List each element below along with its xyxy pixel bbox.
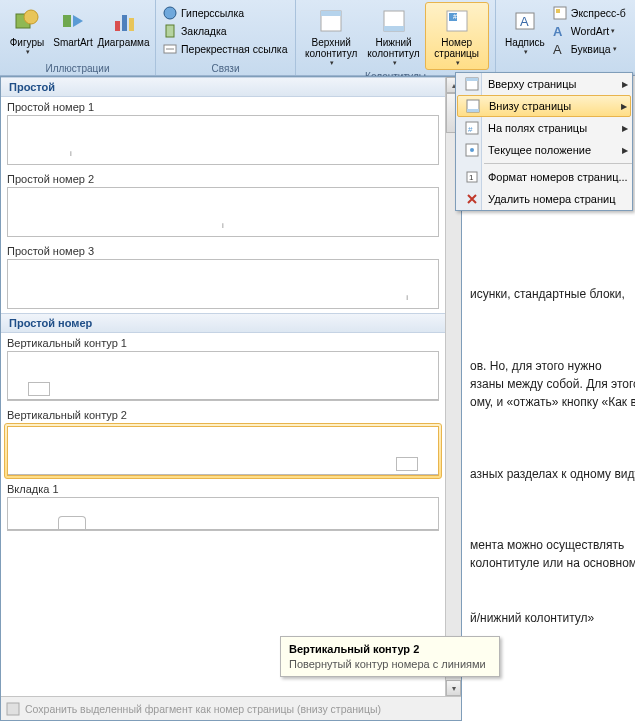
scroll-down-button[interactable]: ▾: [446, 680, 461, 696]
crossref-label: Перекрестная ссылка: [181, 43, 287, 55]
svg-rect-5: [122, 15, 127, 31]
dropcap-icon: A: [552, 41, 568, 57]
shapes-label: Фигуры: [10, 37, 44, 48]
bookmark-icon: [162, 23, 178, 39]
header-label: Верхний колонтитул: [305, 37, 357, 59]
chevron-right-icon: ▶: [621, 102, 627, 111]
quickparts-icon: [552, 5, 568, 21]
gallery-item-simple1[interactable]: Простой номер 1 i: [1, 97, 445, 165]
submenu-top-page[interactable]: Вверху страницы ▶: [456, 73, 632, 95]
preview: [7, 426, 439, 476]
shapes-button[interactable]: Фигуры ▾: [4, 2, 50, 59]
category-simple-number: Простой номер: [1, 313, 445, 333]
pagenumber-icon: #: [441, 5, 473, 37]
gallery-item-contour2[interactable]: Вертикальный контур 2: [1, 405, 445, 479]
quickparts-label: Экспресс-б: [571, 7, 626, 19]
svg-point-30: [470, 148, 474, 152]
svg-rect-2: [63, 15, 71, 27]
chart-button[interactable]: Диаграмма: [96, 2, 151, 51]
crossref-icon: [162, 41, 178, 57]
chevron-down-icon: ▾: [524, 48, 528, 56]
submenu-format-label: Формат номеров страниц...: [488, 171, 628, 183]
bookmark-label: Закладка: [181, 25, 227, 37]
submenu-current-pos[interactable]: Текущее положение ▶: [456, 139, 632, 161]
chevron-right-icon: ▶: [622, 124, 628, 133]
gallery-item-label: Простой номер 3: [1, 241, 445, 259]
svg-rect-4: [115, 21, 120, 31]
doc-text: колонтитуле или на основном: [470, 556, 635, 570]
hyperlink-label: Гиперссылка: [181, 7, 244, 19]
chevron-down-icon: ▾: [26, 48, 30, 56]
crossref-button[interactable]: Перекрестная ссылка: [160, 40, 289, 58]
chart-icon: [108, 5, 140, 37]
textbox-label: Надпись: [505, 37, 545, 48]
dropcap-button[interactable]: A Буквица ▾: [550, 40, 628, 58]
page-margins-icon: #: [460, 118, 484, 138]
submenu-bottom-page[interactable]: Внизу страницы ▶: [457, 95, 631, 117]
doc-text: азных разделах к одному виду,: [470, 467, 635, 481]
group-illustrations-label: Иллюстрации: [4, 62, 151, 75]
svg-rect-6: [129, 18, 134, 31]
remove-icon: [460, 189, 484, 209]
tooltip-title: Вертикальный контур 2: [289, 643, 491, 655]
smartart-label: SmartArt: [53, 37, 92, 48]
doc-text: мента можно осуществлять: [470, 538, 624, 552]
smartart-icon: [57, 5, 89, 37]
group-links-label: Связи: [160, 62, 291, 75]
doc-text: язаны между собой. Для этого: [470, 377, 635, 391]
svg-rect-11: [321, 11, 341, 16]
header-button[interactable]: Верхний колонтитул ▾: [300, 2, 362, 70]
svg-text:#: #: [468, 125, 473, 134]
submenu-format[interactable]: 1 Формат номеров страниц...: [456, 166, 632, 188]
submenu-remove[interactable]: Удалить номера страниц: [456, 188, 632, 210]
submenu-remove-label: Удалить номера страниц: [488, 193, 628, 205]
footer-button[interactable]: Нижний колонтитул ▾: [362, 2, 424, 70]
chart-label: Диаграмма: [98, 37, 150, 48]
svg-marker-3: [73, 15, 83, 27]
chevron-down-icon: ▾: [330, 59, 334, 67]
tooltip: Вертикальный контур 2 Повернутый контур …: [280, 636, 500, 677]
current-position-icon: [460, 140, 484, 160]
submenu-current-pos-label: Текущее положение: [488, 144, 622, 156]
group-headers: Верхний колонтитул ▾ Нижний колонтитул ▾…: [296, 0, 496, 75]
preview: [7, 497, 439, 531]
doc-text: исунки, стандартные блоки,: [470, 287, 625, 301]
submenu-margins[interactable]: # На полях страницы ▶: [456, 117, 632, 139]
chevron-right-icon: ▶: [622, 146, 628, 155]
svg-point-7: [164, 7, 176, 19]
dropcap-label: Буквица: [571, 43, 611, 55]
hyperlink-button[interactable]: Гиперссылка: [160, 4, 246, 22]
group-text: A Надпись ▾ Экспресс-б A WordArt ▾ A Бук…: [496, 0, 635, 75]
gallery-item-simple3[interactable]: Простой номер 3 i: [1, 241, 445, 309]
hyperlink-icon: [162, 5, 178, 21]
svg-rect-20: [556, 9, 560, 13]
group-illustrations: Фигуры ▾ SmartArt Диаграмма Иллюстрации: [0, 0, 156, 75]
gallery-item-contour1[interactable]: Вертикальный контур 1: [1, 333, 445, 401]
ribbon: Фигуры ▾ SmartArt Диаграмма Иллюстрации: [0, 0, 635, 76]
svg-text:1: 1: [469, 173, 474, 182]
wordart-button[interactable]: A WordArt ▾: [550, 22, 628, 40]
textbox-button[interactable]: A Надпись ▾: [500, 2, 550, 59]
gallery-item-label: Вертикальный контур 2: [1, 405, 445, 423]
pagenumber-button[interactable]: # Номер страницы ▾: [425, 2, 489, 70]
preview: i: [7, 115, 439, 165]
footer-label: Нижний колонтитул: [367, 37, 419, 59]
svg-rect-8: [166, 25, 174, 37]
gallery-footer: Сохранить выделенный фрагмент как номер …: [1, 696, 461, 720]
bookmark-button[interactable]: Закладка: [160, 22, 229, 40]
page-top-icon: [460, 74, 484, 94]
doc-text: й/нижний колонтитул»: [470, 611, 594, 625]
category-simple: Простой: [1, 77, 445, 97]
submenu-margins-label: На полях страницы: [488, 122, 622, 134]
group-links: Гиперссылка Закладка Перекрестная ссылка…: [156, 0, 296, 75]
quickparts-button[interactable]: Экспресс-б: [550, 4, 628, 22]
chevron-down-icon: ▾: [393, 59, 397, 67]
pagenumber-label: Номер страницы: [434, 37, 479, 59]
gallery-item-simple2[interactable]: Простой номер 2 i: [1, 169, 445, 237]
chevron-down-icon: ▾: [456, 59, 460, 67]
gallery-item-tab1[interactable]: Вкладка 1: [1, 479, 445, 531]
wordart-label: WordArt: [571, 25, 609, 37]
smartart-button[interactable]: SmartArt: [50, 2, 96, 51]
svg-rect-24: [466, 78, 478, 81]
footer-icon: [378, 5, 410, 37]
